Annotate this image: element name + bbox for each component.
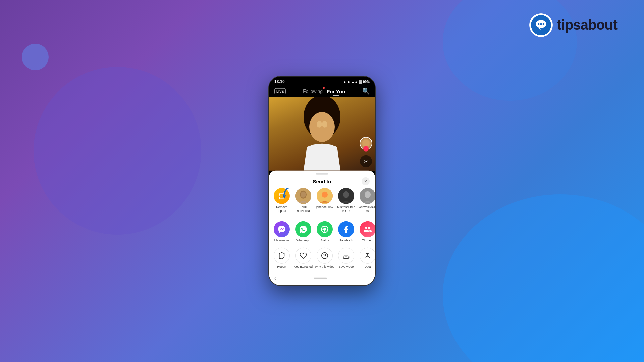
app-name-messenger: Messenger bbox=[274, 238, 289, 242]
action-item-why-video[interactable]: Why this video bbox=[315, 247, 335, 268]
profile-side-panel: + ✂ bbox=[360, 137, 372, 167]
contact-name-mistress: MistressOfTheDark bbox=[337, 205, 356, 213]
contact-name-janedoe: janedoe8057 bbox=[316, 205, 333, 209]
app-item-status[interactable]: Status bbox=[315, 221, 335, 242]
person-silhouette bbox=[269, 97, 375, 171]
logo-text: tipsabout bbox=[557, 17, 617, 33]
not-interested-icon bbox=[295, 247, 311, 263]
app-item-facebook[interactable]: Facebook bbox=[336, 221, 356, 242]
svg-point-5 bbox=[543, 23, 544, 25]
svg-point-22 bbox=[323, 228, 326, 231]
contacts-row: Remove repost Таня Лепческа bbox=[269, 188, 375, 217]
for-you-tab[interactable]: For You bbox=[327, 88, 345, 94]
back-button[interactable]: ‹ bbox=[274, 275, 276, 281]
status-icon bbox=[317, 221, 333, 237]
signal-icon: ● bbox=[348, 80, 350, 83]
video-content: + ✂ bbox=[269, 97, 375, 171]
contact-item-velevel[interactable]: velevelevski697 bbox=[358, 188, 375, 213]
send-to-title: Send to bbox=[282, 178, 362, 184]
follow-button[interactable]: + bbox=[363, 146, 369, 152]
status-bar: 13:10 ▲ ● ▲▲ ▓ 99% bbox=[269, 77, 375, 85]
app-name-status: Status bbox=[320, 238, 329, 242]
svg-marker-11 bbox=[282, 195, 286, 199]
contact-name-velevel: velevelevski697 bbox=[358, 205, 375, 213]
duet-icon bbox=[360, 247, 376, 263]
actions-row: Report Not interested bbox=[269, 246, 375, 273]
battery-percent: 99% bbox=[363, 80, 370, 83]
action-name-duet: Duet bbox=[364, 265, 371, 268]
sheet-handle bbox=[316, 173, 328, 175]
tiktok-nav: Following For You bbox=[303, 88, 345, 94]
svg-point-18 bbox=[343, 191, 349, 198]
phone-mockup: 13:10 ▲ ● ▲▲ ▓ 99% LIVE Following For Yo… bbox=[268, 76, 376, 286]
bottom-nav: ‹ bbox=[269, 273, 375, 285]
app-item-tik-friends[interactable]: Tik frie... bbox=[358, 221, 375, 242]
tik-friends-icon bbox=[360, 221, 375, 237]
share-apps-row: Messenger WhatsApp bbox=[269, 217, 375, 246]
wifi-icon: ▲ bbox=[343, 80, 346, 83]
whatsapp-icon bbox=[295, 221, 311, 237]
blue-arrow-annotation bbox=[281, 188, 294, 202]
following-tab[interactable]: Following bbox=[303, 88, 323, 94]
tiktok-header: LIVE Following For You 🔍 bbox=[269, 85, 375, 97]
nav-indicator bbox=[314, 278, 327, 279]
action-item-save-video[interactable]: Save video bbox=[336, 247, 356, 268]
video-background bbox=[269, 97, 375, 171]
contact-item-repost[interactable]: Remove repost bbox=[272, 188, 292, 213]
action-name-not-interested: Not interested bbox=[294, 265, 313, 268]
status-icons: ▲ ● ▲▲ ▓ 99% bbox=[343, 80, 370, 83]
svg-point-16 bbox=[322, 192, 328, 198]
send-to-header: Send to ✕ bbox=[269, 176, 375, 188]
contact-avatar-tanya bbox=[295, 188, 311, 204]
svg-point-10 bbox=[322, 121, 327, 128]
report-icon bbox=[274, 247, 290, 263]
svg-point-20 bbox=[365, 191, 371, 198]
close-button[interactable]: ✕ bbox=[362, 177, 370, 185]
svg-point-4 bbox=[540, 23, 542, 25]
save-video-icon bbox=[338, 247, 354, 263]
contact-item-janedoe[interactable]: janedoe8057 bbox=[315, 188, 335, 213]
sheet-handle-area bbox=[269, 171, 375, 176]
app-name-facebook: Facebook bbox=[339, 238, 353, 242]
svg-point-9 bbox=[317, 121, 322, 128]
contact-avatar-velevel bbox=[360, 188, 375, 204]
action-name-save-video: Save video bbox=[339, 265, 354, 268]
network-icon: ▲▲ bbox=[351, 80, 358, 83]
contact-item-mistress[interactable]: MistressOfTheDark bbox=[336, 188, 356, 213]
contact-name-repost: Remove repost bbox=[272, 205, 291, 213]
action-item-duet[interactable]: Duet bbox=[358, 247, 376, 268]
search-icon[interactable]: 🔍 bbox=[362, 87, 370, 95]
scissors-icon[interactable]: ✂ bbox=[360, 155, 372, 167]
tipsabout-logo-icon bbox=[529, 13, 553, 37]
facebook-icon bbox=[338, 221, 354, 237]
bg-decoration-circle bbox=[34, 67, 201, 235]
action-item-report[interactable]: Report bbox=[272, 247, 292, 268]
contact-item-tanya[interactable]: Таня Лепческа bbox=[293, 188, 313, 213]
app-item-messenger[interactable]: Messenger bbox=[272, 221, 292, 242]
app-name-tik-friends: Tik frie... bbox=[362, 238, 373, 242]
bg-decoration-wave bbox=[443, 194, 644, 362]
messenger-icon bbox=[274, 221, 290, 237]
app-item-whatsapp[interactable]: WhatsApp bbox=[293, 221, 313, 242]
action-name-why-video: Why this video bbox=[315, 265, 335, 268]
app-name-whatsapp: WhatsApp bbox=[296, 238, 310, 242]
svg-point-3 bbox=[538, 23, 540, 25]
contact-avatar-mistress bbox=[338, 188, 354, 204]
why-video-icon bbox=[317, 247, 333, 263]
action-item-not-interested[interactable]: Not interested bbox=[293, 247, 313, 268]
svg-point-14 bbox=[300, 191, 307, 199]
contact-name-tanya: Таня Лепческа bbox=[294, 205, 313, 213]
contact-avatar-janedoe bbox=[317, 188, 333, 204]
battery-icon: ▓ bbox=[359, 80, 362, 83]
action-name-report: Report bbox=[277, 265, 286, 268]
live-button[interactable]: LIVE bbox=[274, 88, 286, 94]
bottom-sheet: Send to ✕ Remove repost bbox=[269, 171, 375, 285]
status-time: 13:10 bbox=[274, 79, 285, 84]
svg-point-8 bbox=[309, 112, 335, 142]
bg-decoration-circle-small bbox=[22, 44, 49, 70]
logo-container: tipsabout bbox=[529, 13, 617, 37]
